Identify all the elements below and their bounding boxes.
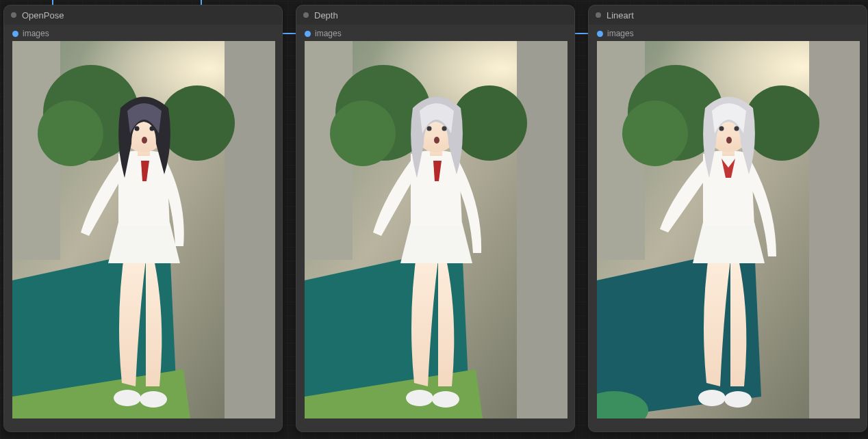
- port-label: images: [23, 29, 49, 38]
- node-header[interactable]: OpenPose: [4, 5, 282, 25]
- node-body: images: [4, 25, 282, 431]
- svg-point-25: [406, 390, 433, 406]
- port-dot-icon: [12, 31, 18, 37]
- generated-image-icon: [597, 41, 860, 418]
- svg-point-5: [38, 101, 103, 166]
- svg-point-37: [622, 101, 688, 166]
- svg-rect-19: [517, 41, 567, 418]
- input-port-images[interactable]: images: [12, 29, 274, 38]
- svg-point-31: [434, 137, 439, 144]
- node-title: OpenPose: [22, 10, 64, 21]
- svg-point-46: [735, 127, 739, 131]
- collapse-dot-icon[interactable]: [11, 12, 16, 18]
- svg-rect-3: [225, 41, 275, 418]
- svg-point-15: [142, 137, 147, 144]
- node-title: Depth: [314, 10, 338, 21]
- port-dot-icon: [597, 31, 603, 37]
- node-lineart[interactable]: Lineart images: [588, 5, 867, 432]
- node-openpose[interactable]: OpenPose images: [3, 5, 283, 432]
- preview-image[interactable]: [597, 41, 860, 418]
- node-title: Lineart: [607, 10, 634, 21]
- svg-point-41: [698, 390, 726, 406]
- collapse-dot-icon[interactable]: [303, 12, 309, 18]
- node-header[interactable]: Depth: [296, 5, 574, 25]
- collapse-dot-icon[interactable]: [596, 12, 601, 18]
- svg-point-9: [114, 390, 141, 406]
- node-header[interactable]: Lineart: [589, 5, 867, 25]
- node-body: images: [296, 25, 574, 431]
- node-depth[interactable]: Depth images: [296, 5, 575, 432]
- preview-image[interactable]: [305, 41, 567, 418]
- svg-point-14: [150, 127, 155, 131]
- svg-point-29: [427, 127, 432, 131]
- generated-image-icon: [305, 41, 567, 418]
- port-label: images: [315, 29, 342, 38]
- svg-point-13: [135, 127, 140, 131]
- svg-point-21: [330, 101, 396, 166]
- svg-point-30: [442, 127, 447, 131]
- port-dot-icon: [305, 31, 311, 37]
- generated-image-icon: [12, 41, 275, 418]
- svg-point-22: [452, 85, 527, 161]
- svg-point-10: [140, 391, 167, 408]
- svg-point-26: [432, 391, 459, 408]
- node-body: images: [589, 25, 867, 431]
- svg-point-6: [159, 85, 235, 161]
- input-port-images[interactable]: images: [305, 29, 566, 38]
- port-label: images: [607, 29, 634, 38]
- svg-point-42: [724, 391, 752, 408]
- preview-image[interactable]: [12, 41, 275, 418]
- node-canvas[interactable]: OpenPose images: [0, 0, 868, 439]
- input-port-images[interactable]: images: [597, 29, 858, 38]
- svg-point-45: [719, 127, 724, 131]
- svg-point-38: [744, 85, 819, 161]
- svg-point-47: [726, 137, 732, 144]
- svg-rect-35: [809, 41, 860, 418]
